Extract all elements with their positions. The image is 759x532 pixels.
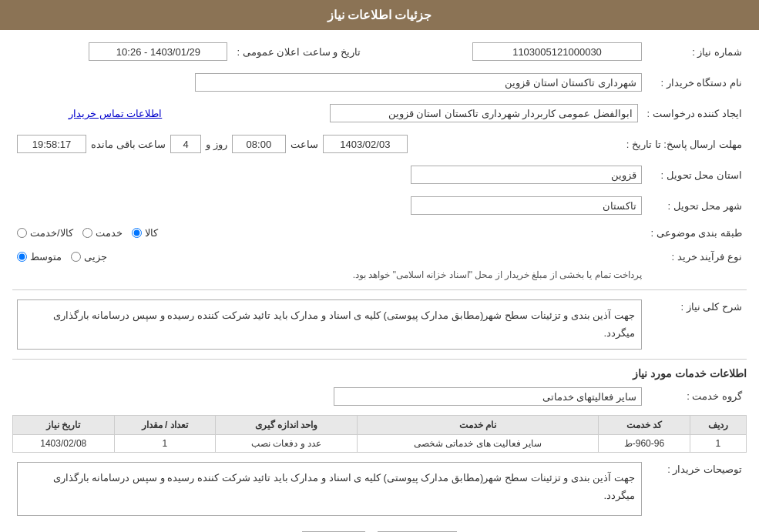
content-area: شماره نیاز : 1103005121000030 تاریخ و سا… [0, 30, 759, 532]
creator-label: ایجاد کننده درخواست : [643, 101, 747, 125]
creator-input: ابوالفضل عمومی کاربردار شهرداری تاکستان … [330, 104, 638, 122]
category-options: کالا/خدمت خدمت کالا [12, 224, 646, 242]
process-option-motevaset[interactable]: متوسط [17, 251, 62, 263]
buyer-org-input: شهرداری تاکستان استان قزوین [195, 73, 642, 92]
info-table-org: نام دستگاه خریدار : شهرداری تاکستان استا… [12, 70, 747, 95]
process-label: نوع فرآیند خرید : [646, 248, 747, 266]
buyer-org-label: نام دستگاه خریدار : [646, 70, 747, 95]
city-input: تاکستان [411, 196, 642, 215]
cell-code: 960-96-ط [599, 434, 690, 452]
category-option-kala-khedmat[interactable]: کالا/خدمت [17, 227, 73, 239]
cell-date: 1403/02/08 [13, 434, 115, 452]
category-option-kala[interactable]: کالا [132, 227, 158, 239]
deadline-values: 19:58:17 ساعت باقی مانده 4 روز و 08:00 س… [12, 132, 622, 156]
city-label: شهر محل تحویل : [646, 193, 747, 218]
category-label: طبقه بندی موضوعی : [646, 224, 747, 242]
page-container: جزئیات اطلاعات نیاز شماره نیاز : 1103005… [0, 0, 759, 532]
process-note: پرداخت تمام یا بخشی از مبلغ خریدار از مح… [353, 269, 642, 280]
description-label: شرح کلی نیاز : [646, 296, 747, 353]
need-number-value: 1103005121000030 [381, 39, 646, 64]
announce-date-input: 1403/01/29 - 10:26 [89, 42, 227, 61]
province-value: قزوین [12, 162, 646, 187]
col-qty: تعداد / مقدار [114, 415, 215, 434]
info-table-province: استان محل تحویل : قزوین [12, 162, 747, 187]
info-table-description: شرح کلی نیاز : جهت آذین بندی و تزئینات س… [12, 296, 747, 353]
col-date: تاریخ نیاز [13, 415, 115, 434]
info-table-top: شماره نیاز : 1103005121000030 تاریخ و سا… [12, 39, 747, 64]
province-label: استان محل تحویل : [646, 162, 747, 187]
col-code: کد خدمت [599, 415, 690, 434]
buyer-org-value: شهرداری تاکستان استان قزوین [12, 70, 646, 95]
services-table: ردیف کد خدمت نام خدمت واحد اندازه گیری ت… [12, 415, 747, 453]
col-unit: واحد اندازه گیری [215, 415, 357, 434]
deadline-remaining-input: 19:58:17 [17, 135, 86, 153]
col-name: نام خدمت [358, 415, 599, 434]
deadline-time-label: ساعت [291, 139, 318, 150]
cell-unit: عدد و دفعات نصب [215, 434, 357, 452]
creator-value: ابوالفضل عمومی کاربردار شهرداری تاکستان … [170, 101, 642, 125]
buyer-notes-box: جهت آذین بندی و تزئینات سطح شهر(مطابق مد… [17, 462, 642, 516]
service-group-value: سایر فعالیتهای خدماتی [12, 384, 646, 409]
deadline-days-label: روز و [206, 139, 227, 150]
creator-contact-link[interactable]: اطلاعات تماس خریدار [69, 108, 162, 119]
info-table-creator: ایجاد کننده درخواست : ابوالفضل عمومی کار… [12, 101, 747, 125]
deadline-days-input: 4 [170, 135, 201, 153]
info-table-buyer-notes: توصیحات خریدار : جهت آذین بندی و تزئینات… [12, 459, 747, 519]
deadline-label: مهلت ارسال پاسخ: تا تاریخ : [622, 132, 747, 156]
info-table-category: طبقه بندی موضوعی : کالا/خدمت خدمت کالا [12, 224, 747, 242]
page-header: جزئیات اطلاعات نیاز [0, 0, 759, 30]
deadline-date-input: 1403/02/03 [323, 135, 408, 153]
description-box: جهت آذین بندی و تزئینات سطح شهر(مطابق مد… [17, 299, 642, 350]
table-row: 1960-96-طسایر فعالیت های خدماتی شخصیعدد … [13, 434, 747, 452]
info-table-service-group: گروه خدمت : سایر فعالیتهای خدماتی [12, 384, 747, 409]
process-option-jozii[interactable]: جزیی [71, 251, 107, 263]
col-row: ردیف [690, 415, 746, 434]
buyer-notes-label: توصیحات خریدار : [646, 459, 747, 519]
cell-name: سایر فعالیت های خدماتی شخصی [358, 434, 599, 452]
services-section-title: اطلاعات خدمات مورد نیاز [12, 367, 747, 380]
announce-date-value: 1403/01/29 - 10:26 [12, 39, 232, 64]
info-table-deadline: مهلت ارسال پاسخ: تا تاریخ : 19:58:17 ساع… [12, 132, 747, 156]
deadline-remaining-label: ساعت باقی مانده [91, 139, 166, 150]
category-option-khedmat[interactable]: خدمت [82, 227, 123, 239]
info-table-city: شهر محل تحویل : تاکستان [12, 193, 747, 218]
info-table-process: نوع فرآیند خرید : متوسط جزیی [12, 248, 747, 283]
need-number-label: شماره نیاز : [646, 39, 747, 64]
deadline-time-input: 08:00 [232, 135, 286, 153]
cell-quantity: 1 [114, 434, 215, 452]
process-options: متوسط جزیی [12, 248, 646, 266]
page-title: جزئیات اطلاعات نیاز [327, 8, 432, 22]
cell-row: 1 [690, 434, 746, 452]
need-number-input: 1103005121000030 [472, 42, 642, 61]
service-group-label: گروه خدمت : [646, 384, 747, 409]
city-value: تاکستان [12, 193, 646, 218]
announce-date-label: تاریخ و ساعت اعلان عمومی : [232, 39, 365, 64]
description-value: جهت آذین بندی و تزئینات سطح شهر(مطابق مد… [12, 296, 646, 353]
province-input: قزوین [411, 166, 642, 184]
buyer-notes-value: جهت آذین بندی و تزئینات سطح شهر(مطابق مد… [12, 459, 646, 519]
service-group-input: سایر فعالیتهای خدماتی [334, 387, 642, 406]
